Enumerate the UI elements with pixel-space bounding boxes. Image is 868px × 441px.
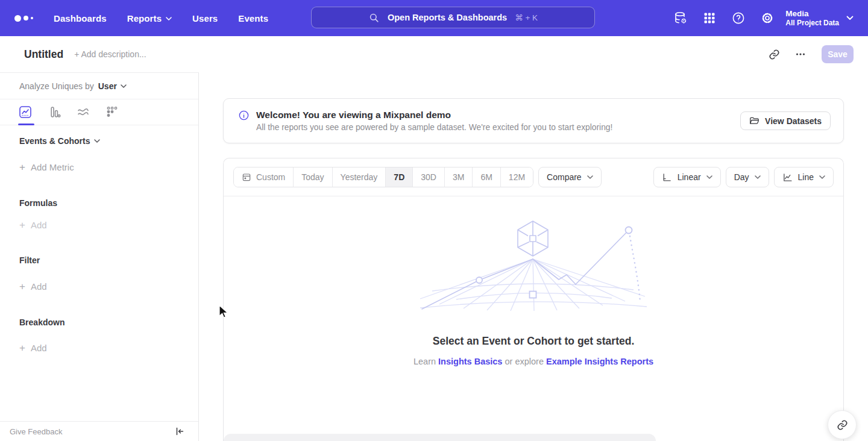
analyze-uniques-row: Analyze Uniques by User xyxy=(0,73,198,99)
search-placeholder: Open Reports & Dashboards xyxy=(388,13,507,22)
share-link-floating-button[interactable] xyxy=(828,410,857,439)
nav-item-dashboards[interactable]: Dashboards xyxy=(54,13,107,23)
chevron-down-icon xyxy=(94,139,100,143)
banner-subtitle: All the reports you see are powered by a… xyxy=(256,123,612,132)
range-30d[interactable]: 30D xyxy=(413,167,445,187)
add-filter-button[interactable]: + Add xyxy=(19,281,47,292)
save-button[interactable]: Save xyxy=(822,45,854,63)
banner-title: Welcome! You are viewing a Mixpanel demo xyxy=(256,110,612,120)
sidebar-footer: Give Feedback xyxy=(0,421,198,441)
chevron-down-icon xyxy=(755,175,761,179)
example-insights-reports-link[interactable]: Example Insights Reports xyxy=(546,357,653,366)
apps-grid-icon[interactable] xyxy=(702,11,717,25)
navbar-right-cluster: Media All Project Data xyxy=(659,0,868,36)
date-range-picker: Custom Today Yesterday 7D 30D 3M 6M 12M xyxy=(233,167,533,187)
settings-gear-icon[interactable] xyxy=(760,11,775,25)
chevron-down-icon xyxy=(706,175,712,179)
demo-welcome-banner: Welcome! You are viewing a Mixpanel demo… xyxy=(223,98,844,143)
main-content: Welcome! You are viewing a Mixpanel demo… xyxy=(199,72,868,441)
tab-flows[interactable] xyxy=(76,105,90,119)
formulas-section-label: Formulas xyxy=(19,198,57,208)
filter-section-label: Filter xyxy=(19,255,40,265)
line-chart-icon xyxy=(782,172,793,183)
data-management-icon[interactable] xyxy=(673,11,688,25)
search-shortcut: ⌘ + K xyxy=(515,13,538,22)
mixpanel-insights-app: Dashboards Reports Users Events Open Rep… xyxy=(0,0,868,441)
insights-basics-link[interactable]: Insights Basics xyxy=(438,357,502,366)
top-navbar: Dashboards Reports Users Events Open Rep… xyxy=(0,0,868,36)
chevron-down-icon xyxy=(121,84,127,88)
calendar-icon xyxy=(242,172,251,182)
nav-item-events[interactable]: Events xyxy=(238,13,268,23)
plus-icon: + xyxy=(19,220,25,230)
tab-bar-chart[interactable] xyxy=(47,105,61,119)
help-icon[interactable] xyxy=(731,11,746,25)
add-formula-button[interactable]: + Add xyxy=(19,220,47,230)
explore-text: or explore xyxy=(505,357,543,366)
info-icon xyxy=(238,110,250,121)
report-controls: Custom Today Yesterday 7D 30D 3M 6M 12M … xyxy=(224,158,843,196)
nav-item-reports[interactable]: Reports xyxy=(127,13,172,23)
axis-scale-icon xyxy=(662,172,672,183)
mixpanel-logo-icon[interactable] xyxy=(14,15,33,22)
retention-dots-tab-icon xyxy=(105,105,119,119)
range-12m[interactable]: 12M xyxy=(501,167,533,187)
give-feedback-link[interactable]: Give Feedback xyxy=(10,427,62,436)
empty-state: Select an Event or Cohort to get started… xyxy=(224,219,843,366)
link-icon xyxy=(837,419,848,431)
range-6m[interactable]: 6M xyxy=(473,167,500,187)
range-today[interactable]: Today xyxy=(294,167,332,187)
plus-icon: + xyxy=(19,343,25,353)
project-switcher[interactable]: Media All Project Data xyxy=(785,8,839,28)
add-metric-button[interactable]: + Add Metric xyxy=(19,162,74,172)
view-datasets-button[interactable]: View Datasets xyxy=(740,111,831,130)
plus-icon: + xyxy=(19,281,25,292)
add-description-field[interactable]: + Add description... xyxy=(74,49,146,59)
empty-state-links: Learn Insights Basics or explore Example… xyxy=(224,357,843,366)
collapse-sidebar-icon[interactable] xyxy=(174,426,185,437)
chart-type-dropdown[interactable]: Line xyxy=(774,167,834,187)
more-options-icon[interactable] xyxy=(793,46,808,62)
banner-text: Welcome! You are viewing a Mixpanel demo… xyxy=(256,110,612,132)
project-name: Media xyxy=(785,8,839,19)
line-chart-tab-icon xyxy=(18,105,33,119)
learn-prefix: Learn xyxy=(414,357,436,366)
breakdown-section-label: Breakdown xyxy=(19,317,64,327)
report-card: Custom Today Yesterday 7D 30D 3M 6M 12M … xyxy=(223,158,844,441)
flows-tab-icon xyxy=(76,105,90,119)
add-breakdown-button[interactable]: + Add xyxy=(19,343,47,353)
report-header: Untitled + Add description... Save xyxy=(0,36,868,72)
visualization-tabs xyxy=(0,99,198,125)
report-title[interactable]: Untitled xyxy=(24,48,63,61)
range-3m[interactable]: 3M xyxy=(445,167,473,187)
report-header-actions: Save xyxy=(766,45,854,63)
events-cohorts-section-label[interactable]: Events & Cohorts xyxy=(19,136,100,146)
interval-dropdown[interactable]: Day xyxy=(726,167,769,187)
primary-nav: Dashboards Reports Users Events xyxy=(54,13,268,23)
selected-tab-indicator xyxy=(18,124,34,125)
global-search-input[interactable]: Open Reports & Dashboards ⌘ + K xyxy=(311,7,595,28)
range-custom[interactable]: Custom xyxy=(234,167,294,187)
range-7d[interactable]: 7D xyxy=(386,167,413,187)
chevron-down-icon xyxy=(166,17,172,20)
chevron-down-icon xyxy=(819,175,825,179)
search-icon xyxy=(368,12,380,23)
tab-retention[interactable] xyxy=(105,105,119,119)
plus-icon: + xyxy=(19,162,25,172)
empty-state-illustration xyxy=(419,219,648,311)
bar-chart-tab-icon xyxy=(47,105,61,119)
nav-item-users[interactable]: Users xyxy=(192,13,218,23)
query-builder-sidebar: Analyze Uniques by User xyxy=(0,72,199,441)
chevron-down-icon xyxy=(587,175,593,179)
folder-icon xyxy=(749,116,760,126)
analyze-prefix-label: Analyze Uniques by xyxy=(19,81,94,91)
empty-state-title: Select an Event or Cohort to get started… xyxy=(224,335,843,348)
tab-line-chart[interactable] xyxy=(18,105,33,119)
range-yesterday[interactable]: Yesterday xyxy=(333,167,386,187)
project-scope: All Project Data xyxy=(785,19,839,28)
analyze-by-dropdown[interactable]: User xyxy=(98,81,127,91)
scale-dropdown[interactable]: Linear xyxy=(653,167,721,187)
copy-link-icon[interactable] xyxy=(766,46,782,62)
compare-dropdown[interactable]: Compare xyxy=(538,167,602,187)
project-chevron-down-icon[interactable] xyxy=(846,16,854,20)
